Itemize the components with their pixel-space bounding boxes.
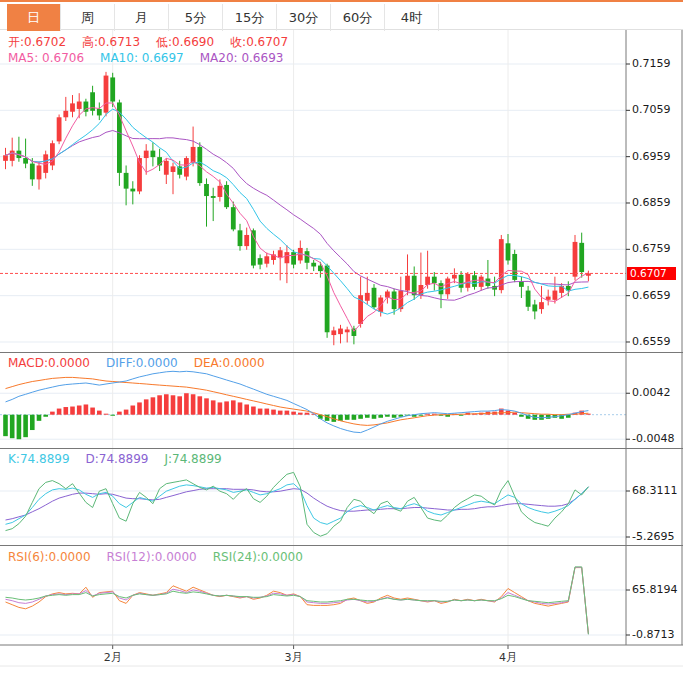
price-axis-label: 0.7059 xyxy=(632,103,671,116)
ma-header: MA5: 0.6706MA10: 0.6697MA20: 0.6693 xyxy=(8,51,299,65)
ohlc-value: 低:0.6690 xyxy=(156,35,214,49)
rsi-axis-label: -0.8713 xyxy=(632,628,674,641)
tab-4hour[interactable]: 4时 xyxy=(385,4,439,31)
ohlc-header: 开:0.6702高:0.6713低:0.6690收:0.6707 xyxy=(8,34,304,51)
price-axis-label: 0.6859 xyxy=(632,196,671,209)
rsi-header: RSI(6):0.0000RSI(12):0.0000RSI(24):0.000… xyxy=(8,550,319,564)
kline-chart-app: 日周月5分15分30分60分4时 开:0.6702高:0.6713低:0.669… xyxy=(0,0,683,675)
ohlc-value: 开:0.6702 xyxy=(8,35,66,49)
rsi-value: RSI(6):0.0000 xyxy=(8,550,91,564)
chart-canvas[interactable] xyxy=(0,0,683,675)
ma-value: MA20: 0.6693 xyxy=(200,51,284,65)
kdj-axis-label: -5.2695 xyxy=(632,530,674,543)
ma-value: MA10: 0.6697 xyxy=(100,51,184,65)
month-label: 2月 xyxy=(93,650,133,665)
tab-day[interactable]: 日 xyxy=(7,4,61,31)
ohlc-value: 收:0.6707 xyxy=(230,35,288,49)
tab-month[interactable]: 月 xyxy=(115,4,169,31)
macd-value: DIFF:0.0000 xyxy=(106,356,178,370)
macd-value: MACD:0.0000 xyxy=(8,356,90,370)
tab-week[interactable]: 周 xyxy=(61,4,115,31)
month-label: 4月 xyxy=(488,650,528,665)
kdj-value: K:74.8899 xyxy=(8,452,70,466)
tab-30min[interactable]: 30分 xyxy=(277,4,331,31)
price-axis-label: 0.6759 xyxy=(632,242,671,255)
rsi-value: RSI(12):0.0000 xyxy=(107,550,197,564)
macd-value: DEA:0.0000 xyxy=(194,356,265,370)
tab-15min[interactable]: 15分 xyxy=(223,4,277,31)
period-tabbar: 日周月5分15分30分60分4时 xyxy=(0,0,683,30)
macd-header: MACD:0.0000DIFF:0.0000DEA:0.0000 xyxy=(8,356,281,370)
kdj-axis-label: 68.3111 xyxy=(632,484,678,497)
kdj-value: J:74.8899 xyxy=(164,452,221,466)
tab-5min[interactable]: 5分 xyxy=(169,4,223,31)
tab-60min[interactable]: 60分 xyxy=(331,4,385,31)
kdj-header: K:74.8899D:74.8899J:74.8899 xyxy=(8,452,238,466)
kdj-value: D:74.8899 xyxy=(86,452,149,466)
price-axis-label: 0.7159 xyxy=(632,57,671,70)
macd-axis-label: -0.0048 xyxy=(632,432,674,445)
price-axis-label: 0.6959 xyxy=(632,150,671,163)
month-label: 3月 xyxy=(274,650,314,665)
price-axis-label: 0.6559 xyxy=(632,335,671,348)
current-price-badge: 0.6707 xyxy=(627,267,676,280)
ma-value: MA5: 0.6706 xyxy=(8,51,84,65)
rsi-value: RSI(24):0.0000 xyxy=(213,550,303,564)
price-axis-label: 0.6659 xyxy=(632,289,671,302)
rsi-axis-label: 65.8194 xyxy=(632,583,678,596)
macd-axis-label: 0.0042 xyxy=(632,386,671,399)
ohlc-value: 高:0.6713 xyxy=(82,35,140,49)
